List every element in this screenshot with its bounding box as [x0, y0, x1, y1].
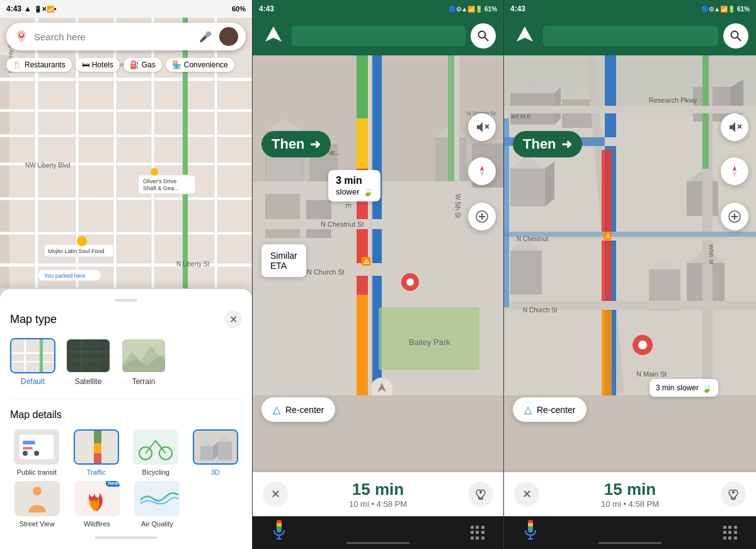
- close-sheet-button[interactable]: ✕: [224, 310, 242, 328]
- compass-icon-p2: [475, 164, 489, 178]
- cancel-nav-button-p3[interactable]: ✕: [514, 482, 539, 507]
- svg-text:⚠: ⚠: [364, 258, 369, 265]
- search-button-p3[interactable]: [723, 23, 748, 48]
- detail-3d[interactable]: 3D: [189, 429, 243, 476]
- eta-display-p2: 15 min 10 mi • 4:58 PM: [349, 480, 407, 509]
- detail-wildfires[interactable]: New Wildfires: [70, 481, 123, 528]
- direction-arrow-p2: [260, 23, 287, 49]
- svg-marker-121: [517, 26, 533, 42]
- time-p1: 4:43: [6, 4, 21, 13]
- map-area-p3: ⚠ Research Pkwy 3rd St E N Chestnut N Ch…: [504, 55, 756, 472]
- bottom-indicator: [10, 536, 242, 539]
- map-details-grid: Public transit Traffic: [10, 429, 242, 476]
- compass-button-p3[interactable]: [721, 157, 748, 185]
- sim-icons-p1: 📱✕📶•: [34, 6, 57, 13]
- mute-button-p2[interactable]: [468, 113, 496, 141]
- filter-gas[interactable]: ⛽ Gas: [123, 58, 162, 72]
- search-button-p2[interactable]: [471, 23, 496, 48]
- up-arrow-icon: [261, 24, 285, 48]
- filter-bar: 🍴 🍴 Restaurants Restaurants 🛏 Hotels ⛽ G…: [0, 55, 252, 74]
- transit-label: Public transit: [17, 468, 57, 476]
- svg-rect-32: [11, 352, 55, 354]
- then-arrow-icon-p3: ➜: [561, 137, 572, 152]
- svg-point-47: [23, 451, 28, 456]
- map-type-default[interactable]: Default: [10, 338, 55, 386]
- svg-rect-45: [23, 441, 35, 444]
- recenter-button-p3[interactable]: △ Re-center: [513, 397, 587, 422]
- traffic-minutes: 3 min: [336, 175, 373, 186]
- svg-rect-180: [528, 523, 533, 526]
- similar-eta-text: SimilarETA: [270, 251, 297, 271]
- wildfires-thumb: New: [74, 481, 120, 516]
- route-options-button-p3[interactable]: [721, 482, 746, 507]
- search-icon-p3: [730, 30, 742, 42]
- compass-button-p2[interactable]: [468, 157, 496, 185]
- detail-street-view[interactable]: Street View: [10, 481, 64, 528]
- filter-restaurants[interactable]: 🍴 🍴 Restaurants Restaurants: [6, 58, 72, 72]
- svg-rect-51: [94, 431, 101, 443]
- nav-bottom-bar-p3: ✕ 15 min 10 mi • 4:58 PM: [504, 472, 756, 516]
- mute-icon-p3: [728, 120, 742, 134]
- svg-rect-76: [265, 194, 300, 238]
- svg-text:N Liberty St: N Liberty St: [176, 261, 209, 268]
- svg-point-67: [479, 31, 486, 38]
- route-options-button-p2[interactable]: [468, 482, 493, 507]
- svg-text:Mojito Latin Soul Food: Mojito Latin Soul Food: [48, 248, 105, 254]
- mic-button[interactable]: 🎤: [197, 28, 214, 45]
- svg-rect-129: [562, 99, 593, 128]
- search-bar[interactable]: Search here 🎤: [6, 23, 246, 50]
- nav-status-bar-p2: 4:43 🔵⊙▲📶🔋 61%: [253, 0, 503, 18]
- recenter-triangle-icon-p3: △: [524, 404, 532, 416]
- detail-bicycling[interactable]: Bicycling: [129, 429, 183, 476]
- air-quality-label: Air Quality: [141, 520, 173, 528]
- filter-hotels[interactable]: 🛏 Hotels: [76, 58, 120, 72]
- sheet-title-row: Map type ✕: [10, 310, 242, 328]
- eta-display-p3: 15 min 10 mi • 4:58 PM: [601, 480, 659, 509]
- map-type-terrain[interactable]: Terrain: [121, 338, 166, 386]
- svg-point-30: [20, 33, 23, 37]
- restaurant-icon: 🍴: [13, 60, 22, 69]
- google-mic-p3[interactable]: [523, 520, 538, 545]
- svg-rect-40: [81, 339, 83, 373]
- map-type-satellite[interactable]: Satellite: [66, 338, 111, 386]
- nav-arrow-p1: ▲: [24, 4, 32, 13]
- add-location-button-p3[interactable]: [721, 203, 748, 230]
- svg-text:You parked here: You parked here: [44, 273, 86, 279]
- svg-marker-110: [480, 171, 484, 177]
- panel-nav-3d: 4:43 🔵⊙▲📶🔋 61%: [504, 0, 756, 549]
- 3d-label: 3D: [211, 468, 220, 476]
- nav-time-p2: 4:43: [259, 4, 274, 13]
- transit-thumb: [14, 429, 59, 465]
- svg-text:N Chestnut: N Chestnut: [517, 235, 548, 242]
- detail-traffic[interactable]: Traffic: [70, 429, 123, 476]
- panel-map-type: 4:43 ▲ 📱✕📶• 60%: [0, 0, 252, 549]
- up-arrow-icon-p3: [513, 24, 537, 48]
- user-avatar[interactable]: [219, 27, 238, 46]
- panel-nav-2d: 4:43 🔵⊙▲📶🔋 61%: [252, 0, 504, 549]
- home-bar-p3: [598, 542, 662, 544]
- svg-rect-57: [200, 446, 213, 460]
- wildfires-label: Wildfires: [84, 520, 110, 528]
- filter-convenience[interactable]: 🏪 Convenience: [166, 58, 234, 72]
- svg-point-97: [406, 278, 414, 286]
- detail-transit[interactable]: Public transit: [10, 429, 64, 476]
- detail-air-quality[interactable]: Air Quality: [130, 481, 184, 528]
- direction-arrow-p3: [512, 23, 538, 49]
- svg-rect-39: [67, 359, 111, 361]
- svg-text:W 5th St: W 5th St: [454, 194, 461, 218]
- android-bar-p2: [253, 516, 503, 549]
- apps-button-p3[interactable]: [723, 526, 737, 540]
- eta-details-p3: 10 mi • 4:58 PM: [601, 499, 659, 509]
- svg-rect-33: [11, 361, 55, 363]
- add-location-icon-p3: [728, 210, 742, 224]
- mute-button-p3[interactable]: [721, 113, 748, 141]
- add-location-button-p2[interactable]: [468, 203, 496, 230]
- cancel-nav-button-p2[interactable]: ✕: [263, 482, 288, 507]
- recenter-button-p2[interactable]: △ Re-center: [261, 397, 335, 422]
- traffic-slower: slower 🍃: [336, 186, 373, 196]
- apps-button-p2[interactable]: [471, 526, 484, 540]
- svg-rect-46: [23, 447, 33, 450]
- map-details-grid-2: Street View New Wildfires: [10, 481, 184, 528]
- home-indicator-p2: [346, 542, 410, 544]
- google-mic-p2[interactable]: [272, 520, 287, 545]
